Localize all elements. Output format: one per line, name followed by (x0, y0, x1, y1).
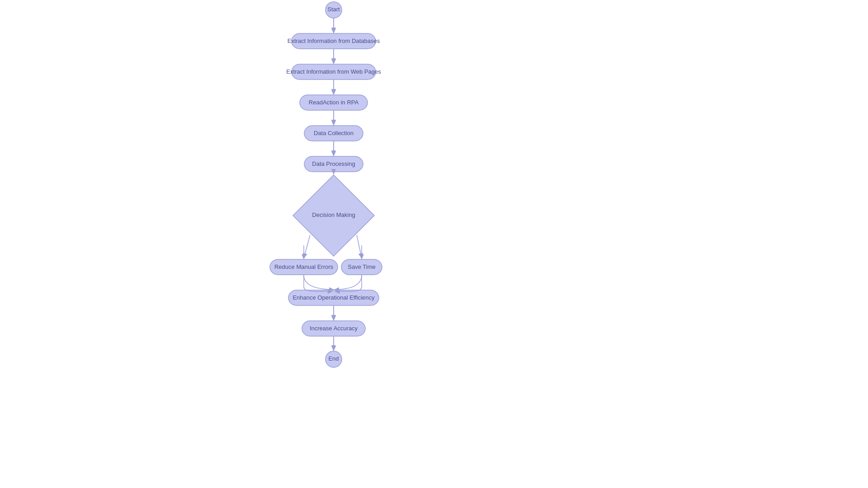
arrow-reduce-to-enhance (304, 275, 334, 290)
enhance-efficiency-label: Enhance Operational Efficiency (292, 294, 375, 301)
extract-web-label: Extract Information from Web Pages (286, 68, 381, 75)
arrow-savetime-to-enhance (335, 275, 362, 290)
data-collection-label: Data Collection (314, 130, 354, 136)
extract-db-label: Extract Information from Databases (288, 38, 380, 44)
data-processing-label: Data Processing (312, 160, 355, 167)
arr7 (304, 235, 310, 258)
end-label: End (328, 355, 339, 362)
increase-accuracy-label: Increase Accuracy (310, 325, 358, 332)
arr8 (357, 235, 362, 258)
flowchart-container: Start Extract Information from Databases… (0, 0, 868, 488)
arr9 (304, 275, 332, 291)
decision-making-label: Decision Making (312, 211, 355, 218)
save-time-label: Save Time (348, 263, 375, 270)
arr10 (335, 275, 362, 291)
read-action-label: ReadAction in RPA (309, 99, 359, 106)
reduce-errors-label: Reduce Manual Errors (274, 263, 334, 270)
start-label: Start (327, 6, 340, 13)
